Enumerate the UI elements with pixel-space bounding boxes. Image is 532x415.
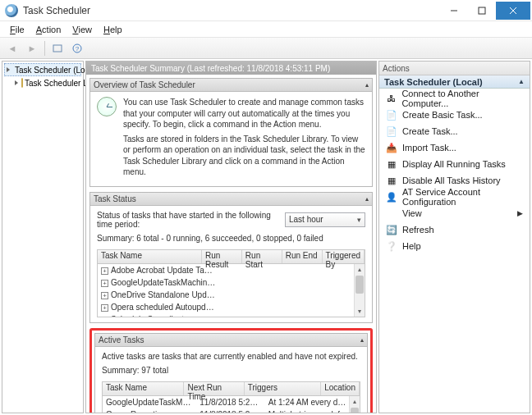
action-item[interactable]: 📄Create Task... — [379, 123, 530, 139]
titlebar: Task Scheduler — [0, 0, 532, 21]
tree-root[interactable]: Task Scheduler (Local) — [4, 63, 81, 76]
back-button[interactable]: ◄ — [3, 40, 21, 57]
status-title: Task Status — [94, 194, 136, 203]
table-row[interactable]: +GoogleUpdateTaskMachineCor... — [98, 276, 365, 289]
table-row[interactable]: +Opera scheduled Autoupdate 1... — [98, 301, 365, 313]
col-location[interactable]: Location — [321, 382, 360, 395]
menubar: File Action View Help — [0, 21, 532, 38]
svg-text:?: ? — [76, 45, 80, 52]
action-item[interactable]: ▦Disable All Tasks History — [379, 172, 530, 189]
collapse-icon[interactable]: ▴ — [365, 195, 369, 203]
table-row[interactable]: +OneDrive Standalone Update Ta... — [98, 289, 365, 301]
overview-text-2: Tasks are stored in folders in the Task … — [123, 134, 365, 178]
action-item[interactable]: 📄Create Basic Task... — [379, 107, 530, 123]
action-icon — [386, 208, 397, 219]
active-tasks-highlight: Active Tasks▴ Active tasks are tasks tha… — [89, 328, 373, 413]
collapse-icon[interactable]: ▴ — [365, 81, 369, 89]
action-icon: 👤 — [386, 191, 397, 203]
action-item[interactable]: View▶ — [379, 205, 530, 221]
action-item[interactable]: ❔Help — [379, 238, 530, 254]
action-icon: ❔ — [386, 240, 397, 252]
action-icon: ▦ — [386, 158, 397, 170]
svg-rect-4 — [53, 45, 62, 52]
active-summary: Summary: 97 total — [102, 366, 360, 375]
col-next-run[interactable]: Next Run Time — [184, 382, 244, 395]
actions-pane: Actions Task Scheduler (Local)▲ 🖧Connect… — [378, 61, 530, 413]
svg-rect-1 — [479, 7, 485, 14]
maximize-button[interactable] — [468, 2, 496, 20]
table-row[interactable]: GoogleUpdateTaskMachineUA11/8/2018 5:24:… — [103, 396, 360, 408]
active-title: Active Tasks — [99, 335, 144, 344]
app-icon — [5, 4, 18, 17]
col-run-start[interactable]: Run Start — [242, 250, 282, 263]
menu-help[interactable]: Help — [99, 24, 127, 35]
window-title: Task Scheduler — [23, 5, 440, 16]
menu-file[interactable]: File — [5, 24, 30, 35]
col-task-name[interactable]: Task Name — [98, 250, 202, 263]
actions-group-label: Task Scheduler (Local)▲ — [379, 75, 530, 89]
status-period-label: Status of tasks that have started in the… — [97, 211, 277, 229]
tree-pane: Task Scheduler (Local) Task Scheduler Li… — [2, 61, 84, 413]
task-status-section: Task Status▴ Status of tasks that have s… — [89, 192, 373, 323]
summary-header: Task Scheduler Summary (Last refreshed: … — [86, 62, 376, 75]
scrollbar[interactable]: ▴▾ — [354, 264, 365, 317]
menu-view[interactable]: View — [67, 24, 97, 35]
status-summary: Summary: 6 total - 0 running, 6 succeede… — [97, 234, 365, 243]
col-run-end[interactable]: Run End — [282, 250, 323, 263]
active-table: Task Name Next Run Time Triggers Locatio… — [102, 381, 360, 413]
menu-action[interactable]: Action — [31, 24, 66, 35]
action-icon: 📄 — [386, 125, 397, 137]
minimize-button[interactable] — [440, 2, 468, 20]
col-triggers[interactable]: Triggers — [245, 382, 321, 395]
scrollbar[interactable]: ▴▾ — [349, 396, 360, 413]
col-run-result[interactable]: Run Result — [202, 250, 242, 263]
status-table: Task Name Run Result Run Start Run End T… — [97, 249, 365, 317]
clock-icon — [97, 97, 117, 116]
action-item[interactable]: 🔄Refresh — [379, 221, 530, 238]
action-item[interactable]: ▦Display All Running Tasks — [379, 156, 530, 172]
period-dropdown[interactable]: Last hour — [285, 212, 365, 227]
active-desc: Active tasks are tasks that are currentl… — [102, 352, 360, 361]
action-icon: 📄 — [386, 109, 397, 121]
action-icon: 🔄 — [386, 224, 397, 235]
main-pane: Task Scheduler Summary (Last refreshed: … — [85, 61, 377, 413]
table-row[interactable]: +Adobe Acrobat Update Task (la... — [98, 264, 365, 276]
overview-section: Overview of Task Scheduler▴ You can use … — [89, 78, 373, 187]
overview-text-1: You can use Task Scheduler to create and… — [123, 97, 365, 130]
close-button[interactable] — [496, 2, 530, 20]
actions-header: Actions — [379, 62, 530, 75]
collapse-icon[interactable]: ▴ — [360, 336, 364, 344]
action-item[interactable]: 🖧Connect to Another Computer... — [379, 90, 530, 107]
action-icon: 📥 — [386, 142, 397, 153]
col-task-name[interactable]: Task Name — [103, 382, 184, 395]
table-row[interactable]: +Schedule Scan (last run succee... — [98, 313, 365, 317]
overview-title: Overview of Task Scheduler — [94, 80, 195, 89]
toolbar-icon-1[interactable] — [48, 40, 66, 57]
tree-library[interactable]: Task Scheduler Library — [4, 76, 81, 89]
table-row[interactable]: QueueReporting11/8/2018 5:24:33 PMMultip… — [103, 408, 360, 413]
action-icon: ▦ — [386, 175, 397, 186]
toolbar: ◄ ► ? — [0, 38, 532, 59]
action-item[interactable]: 📥Import Task... — [379, 139, 530, 156]
help-button[interactable]: ? — [68, 40, 86, 57]
col-triggered-by[interactable]: Triggered By — [323, 250, 365, 263]
forward-button[interactable]: ► — [23, 40, 41, 57]
action-icon: 🖧 — [386, 93, 397, 104]
active-tasks-section: Active Tasks▴ Active tasks are tasks tha… — [94, 333, 368, 413]
action-item[interactable]: 👤AT Service Account Configuration — [379, 189, 530, 205]
